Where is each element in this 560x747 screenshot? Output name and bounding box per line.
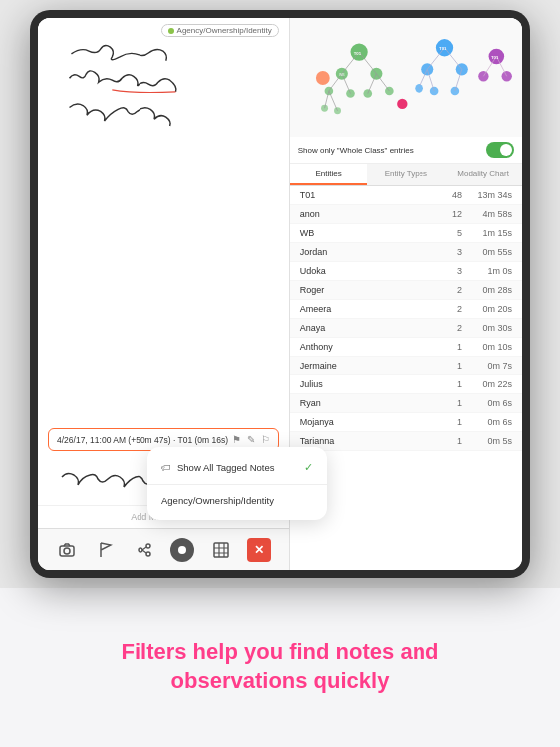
camera-icon[interactable] (55, 538, 79, 562)
row-name: WB (300, 228, 437, 238)
svg-line-38 (444, 48, 461, 70)
caption-line-2: observations quickly (171, 668, 390, 693)
table-row[interactable]: Mojanya 1 0m 6s (290, 413, 522, 432)
table-row[interactable]: WB 5 1m 15s (290, 224, 522, 243)
svg-text:T01: T01 (491, 55, 499, 60)
graph-area: T01 WB T01 T01 (290, 18, 522, 137)
popup-item-show-all[interactable]: 🏷 Show All Tagged Notes ✓ (147, 453, 327, 482)
row-count: 12 (437, 209, 462, 219)
svg-text:T01: T01 (353, 51, 361, 56)
tag-label-1: Agency/Ownership/Identity (177, 26, 272, 35)
svg-point-20 (321, 105, 328, 112)
table-row[interactable]: Anaya 2 0m 30s (290, 319, 522, 338)
row-count: 1 (437, 379, 462, 389)
svg-point-7 (178, 546, 186, 554)
timestamp-icons: ⚑ ✎ ⚐ (232, 434, 270, 445)
note-tag-1: Agency/Ownership/Identity (161, 24, 279, 37)
caption-area: Filters help you find notes and observat… (0, 588, 560, 747)
caption-line-1: Filters help you find notes and (121, 639, 438, 664)
svg-point-33 (455, 63, 467, 75)
row-time: 0m 6s (462, 398, 512, 408)
tag-dot (168, 28, 174, 34)
row-time: 0m 20s (462, 304, 512, 314)
handwriting-svg (52, 28, 275, 147)
network-graph: T01 WB T01 T01 (290, 18, 522, 137)
table-row[interactable]: Jordan 3 0m 55s (290, 243, 522, 262)
row-time: 0m 30s (462, 323, 512, 333)
row-count: 1 (437, 342, 462, 352)
whole-class-toggle[interactable] (486, 142, 514, 158)
table-row[interactable]: Tarianna 1 0m 5s (290, 432, 522, 451)
tab-entity-types[interactable]: Entity Types (367, 164, 444, 185)
ipad-screen: Agency/Ownership/Identity (38, 18, 522, 570)
handwriting-area: Agency/Ownership/Identity (38, 18, 289, 428)
table-row[interactable]: Jermaine 1 0m 7s (290, 357, 522, 375)
device-area: Agency/Ownership/Identity (0, 0, 560, 588)
table-row[interactable]: Udoka 3 1m 0s (290, 262, 522, 281)
row-time: 0m 28s (462, 285, 512, 295)
flag-ts-icon[interactable]: ⚑ (232, 434, 241, 445)
row-time: 0m 55s (462, 247, 512, 257)
svg-point-22 (316, 71, 330, 85)
record-button[interactable] (170, 538, 194, 562)
row-time: 4m 58s (462, 209, 512, 219)
table-row[interactable]: Ryan 1 0m 6s (290, 394, 522, 413)
row-name: Anaya (300, 323, 437, 333)
tab-entities[interactable]: Entities (290, 164, 368, 185)
svg-line-24 (359, 52, 376, 74)
row-time: 13m 34s (462, 190, 512, 200)
row-name: anon (300, 209, 437, 219)
svg-point-2 (139, 548, 142, 552)
svg-point-17 (346, 89, 355, 98)
svg-point-16 (324, 87, 333, 96)
svg-line-6 (142, 550, 146, 553)
svg-point-21 (334, 107, 341, 114)
flag-icon[interactable] (94, 538, 118, 562)
table-row[interactable]: T01 48 13m 34s (290, 186, 522, 205)
popup-item-left-1: 🏷 Show All Tagged Notes (161, 462, 275, 473)
table-row[interactable]: Roger 2 0m 28s (290, 281, 522, 300)
table-row[interactable]: Anthony 1 0m 10s (290, 338, 522, 357)
row-name: Jermaine (300, 361, 437, 371)
row-count: 2 (437, 323, 462, 333)
row-time: 0m 7s (462, 361, 512, 371)
row-time: 1m 15s (462, 228, 512, 238)
tab-entities-label: Entities (315, 169, 341, 178)
table-row[interactable]: Julius 1 0m 22s (290, 375, 522, 394)
tab-modality-chart[interactable]: Modality Chart (444, 164, 522, 185)
svg-line-5 (142, 547, 146, 550)
popup-item-agency[interactable]: Agency/Ownership/Identity (147, 487, 327, 514)
row-name: Anthony (300, 342, 437, 352)
row-name: Jordan (300, 247, 437, 257)
svg-point-47 (397, 99, 407, 109)
popup-menu: 🏷 Show All Tagged Notes ✓ Agency/Ownersh… (147, 447, 327, 520)
bottom-toolbar: ✕ (38, 528, 289, 570)
table-row[interactable]: Ameera 2 0m 20s (290, 300, 522, 319)
row-count: 5 (437, 228, 462, 238)
checkmark-icon: ✓ (304, 461, 313, 474)
nodes-icon[interactable] (133, 538, 156, 562)
screen-content: Agency/Ownership/Identity (38, 18, 522, 570)
row-count: 3 (437, 247, 462, 257)
bookmark-ts-icon[interactable]: ⚐ (261, 434, 270, 445)
row-count: 48 (437, 190, 462, 200)
caption-text: Filters help you find notes and observat… (121, 638, 438, 695)
table-icon[interactable] (209, 538, 233, 562)
row-time: 1m 0s (462, 266, 512, 276)
row-count: 1 (437, 361, 462, 371)
close-button[interactable]: ✕ (247, 538, 271, 562)
svg-point-4 (146, 552, 150, 556)
left-panel: Agency/Ownership/Identity (38, 18, 290, 570)
svg-text:T01: T01 (439, 46, 447, 51)
tab-entity-types-label: Entity Types (385, 169, 427, 178)
svg-rect-8 (214, 543, 228, 557)
row-count: 2 (437, 304, 462, 314)
row-name: Ameera (300, 304, 437, 314)
row-count: 1 (437, 417, 462, 427)
row-name: T01 (300, 190, 437, 200)
popup-item-2-label: Agency/Ownership/Identity (161, 495, 274, 506)
edit-ts-icon[interactable]: ✎ (247, 434, 255, 445)
popup-item-left-2: Agency/Ownership/Identity (161, 495, 274, 506)
table-row[interactable]: anon 12 4m 58s (290, 205, 522, 224)
row-time: 0m 6s (462, 417, 512, 427)
